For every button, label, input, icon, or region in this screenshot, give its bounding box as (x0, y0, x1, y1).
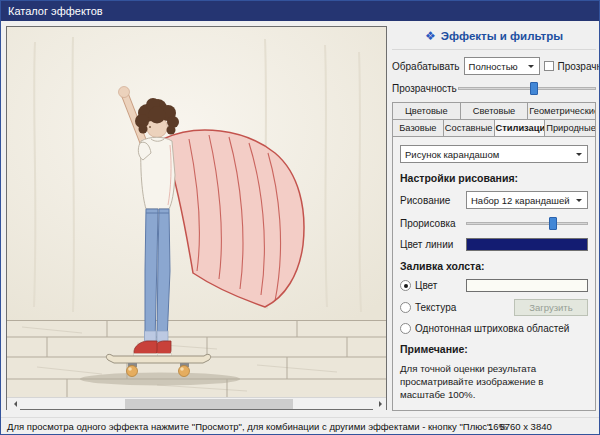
fill-color-swatch[interactable] (466, 279, 588, 292)
process-combobox[interactable]: Полностью (464, 57, 540, 75)
scroll-left-arrow[interactable] (7, 398, 20, 410)
effect-combobox-value: Рисунок карандашом (405, 149, 499, 160)
panel-header: ❖ Эффекты и фильтры (392, 26, 596, 50)
drawing-combobox[interactable]: Набор 12 карандашей (466, 191, 588, 209)
detail-label: Прорисовка (400, 218, 462, 229)
process-combobox-value: Полностью (469, 61, 518, 72)
tab-color[interactable]: Цветовые (392, 102, 461, 119)
fill-title: Заливка холста: (400, 260, 588, 272)
preview-image (7, 27, 386, 397)
effects-panel: ❖ Эффекты и фильтры Обрабатывать Полност… (392, 26, 596, 435)
transparency-label: Прозрачность (392, 83, 454, 94)
tab-stylization[interactable]: Стилизация (495, 119, 546, 136)
ground-shadow (80, 373, 240, 386)
transparency-slider[interactable] (458, 81, 596, 96)
status-image-size: 5760 x 3840 (499, 421, 551, 432)
fill-hatch-radio[interactable] (400, 323, 411, 334)
horizontal-scrollbar[interactable] (7, 397, 386, 409)
tab-basic[interactable]: Базовые (392, 119, 444, 136)
drawing-label: Рисование (400, 195, 462, 206)
transparency-checkbox-label[interactable]: Прозрачность (558, 61, 600, 72)
process-row: Обрабатывать Полностью Прозрачность (392, 57, 596, 75)
note-title: Примечание: (400, 343, 588, 355)
detail-row: Прорисовка (400, 216, 588, 231)
drawing-settings-title: Настройки рисования: (400, 172, 588, 184)
line-color-label: Цвет линии (400, 239, 462, 250)
status-hint: Для просмотра одного эффекта нажмите "Пр… (7, 421, 490, 432)
sneakers (134, 341, 172, 356)
drawing-combobox-value: Набор 12 карандашей (471, 195, 570, 206)
fill-color-row: Цвет (400, 279, 588, 292)
fill-texture-radio[interactable] (400, 302, 411, 313)
note-text: Для точной оценки результата просматрива… (400, 362, 588, 401)
tab-content: Рисунок карандашом Настройки рисования: … (392, 136, 596, 411)
process-label: Обрабатывать (392, 61, 460, 72)
scroll-right-arrow[interactable] (373, 398, 386, 410)
window-title: Каталог эффектов (8, 5, 103, 17)
fill-hatch-row: Однотонная штриховка областей (400, 323, 588, 334)
effects-catalog-window: Каталог эффектов (0, 0, 600, 435)
line-color-row: Цвет линии (400, 238, 588, 251)
slider-track (458, 87, 596, 90)
slider-track (466, 222, 588, 225)
panel-header-label: Эффекты и фильтры (441, 30, 563, 42)
status-zoom: 16% (488, 421, 507, 432)
fill-texture-radio-label[interactable]: Текстура (415, 302, 456, 313)
transparency-checkbox[interactable] (544, 61, 554, 71)
tab-composite[interactable]: Составные (444, 119, 495, 136)
statusbar: Для просмотра одного эффекта нажмите "Пр… (1, 417, 599, 434)
image-preview[interactable] (6, 26, 387, 410)
titlebar[interactable]: Каталог эффектов (1, 1, 599, 21)
fill-texture-row: Текстура Загрузить (400, 299, 588, 316)
tab-natural[interactable]: Природные (545, 119, 596, 136)
line-color-swatch[interactable] (466, 238, 588, 251)
drawing-row: Рисование Набор 12 карандашей (400, 191, 588, 209)
load-texture-button[interactable]: Загрузить (514, 299, 588, 316)
scroll-thumb[interactable] (125, 399, 293, 409)
fill-color-radio-label[interactable]: Цвет (415, 280, 462, 291)
detail-slider[interactable] (466, 216, 588, 231)
detail-slider-handle[interactable] (549, 217, 557, 230)
tab-geometric[interactable]: Геометрические (528, 102, 596, 119)
tab-light[interactable]: Световые (461, 102, 529, 119)
tabs-row-1: Цветовые Световые Геометрические (392, 102, 596, 119)
fill-color-radio[interactable] (400, 280, 411, 291)
tabs-row-2: Базовые Составные Стилизация Природные (392, 119, 596, 136)
fill-hatch-radio-label[interactable]: Однотонная штриховка областей (415, 323, 569, 334)
transparency-slider-handle[interactable] (530, 82, 538, 95)
effects-filters-icon: ❖ (425, 29, 436, 43)
effect-combobox[interactable]: Рисунок карандашом (400, 145, 588, 163)
transparency-row: Прозрачность (392, 81, 596, 96)
